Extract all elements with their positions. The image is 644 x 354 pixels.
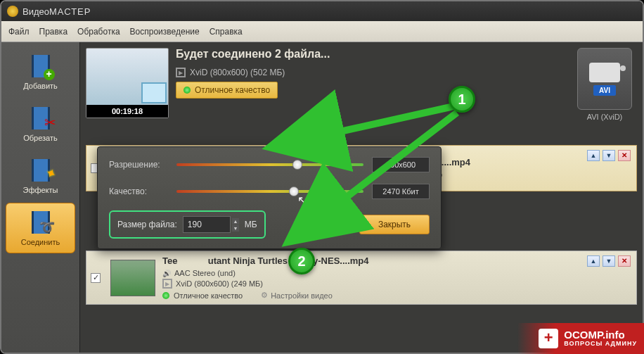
preview-info: Будет соединено 2 файла... ▶ XviD (800x6… [176, 48, 565, 99]
remove-file-button[interactable]: ✕ [618, 150, 631, 161]
file-thumbnail [110, 260, 155, 296]
filesize-spinner: ▲ ▼ [232, 218, 239, 232]
quality-text: Отличное качество [174, 291, 243, 300]
quality-badge[interactable]: Отличное качество [176, 82, 278, 99]
sidebar: + Добавить ✂ Обрезать ✦ Эффекты ➰ Соедин… [1, 42, 80, 353]
chain-icon: ➰ [39, 220, 55, 235]
move-up-button[interactable]: ▲ [587, 255, 600, 267]
titlebar: ВидеоМАСТЕР [1, 1, 643, 21]
format-box[interactable]: AVI AVI (XviD) [572, 48, 637, 121]
move-down-button[interactable]: ▼ [603, 150, 615, 161]
audio-info: AAC Stereo (und) [174, 269, 236, 277]
resolution-value: 800x600 [372, 157, 430, 172]
quality-popup: Разрешение: 800x600 Качество: 2470 Кбит … [97, 146, 442, 249]
preview-row: 00:19:18 Будет соединено 2 файла... ▶ Xv… [86, 48, 637, 121]
video-codec-icon: ▶ [162, 279, 172, 289]
watermark: + OCOMP.info ВОПРОСЫ АДМИНУ [517, 323, 644, 354]
audio-icon [162, 269, 171, 277]
menu-file[interactable]: Файл [8, 27, 30, 37]
menu-process[interactable]: Обработка [77, 27, 120, 37]
filmstrip-icon [141, 82, 167, 103]
watermark-title: OCOMP.info [564, 329, 637, 341]
file-name: TeeXXXXXutant Ninja Turtles Dendy-NES...… [162, 255, 632, 266]
filesize-label: Размер файла: [117, 220, 177, 229]
row-actions: ▲ ▼ ✕ [587, 150, 631, 161]
main-panel: 00:19:18 Будет соединено 2 файла... ▶ Xv… [80, 42, 643, 353]
video-info: XviD (800x600) (249 МБ) [176, 279, 263, 288]
resolution-label: Разрешение: [109, 160, 168, 170]
app-icon [7, 6, 18, 17]
slider-thumb[interactable] [292, 160, 302, 170]
codec-text: XviD (800x600) (502 МБ) [190, 68, 285, 77]
resolution-slider[interactable] [176, 163, 363, 166]
sidebar-label: Соединить [21, 238, 60, 246]
filesize-input[interactable] [183, 216, 231, 233]
video-codec-icon: ▶ [176, 68, 186, 77]
file-row[interactable]: ✓ TeeXXXXXutant Ninja Turtles Dendy-NES.… [86, 251, 637, 305]
sidebar-crop-button[interactable]: ✂ Обрезать [6, 99, 75, 149]
filesize-unit: МБ [245, 220, 257, 229]
app-window: ВидеоМАСТЕР Файл Правка Обработка Воспро… [0, 0, 644, 354]
sidebar-label: Добавить [23, 82, 58, 90]
quality-label: Качество: [109, 187, 168, 196]
preview-title: Будет соединено 2 файла... [176, 48, 565, 61]
sidebar-join-button[interactable]: ➰ Соединить [6, 203, 75, 253]
remove-file-button[interactable]: ✕ [618, 255, 631, 267]
format-tag: AVI [593, 85, 616, 96]
format-card: AVI [577, 48, 632, 110]
row-actions: ▲ ▼ ✕ [587, 255, 631, 267]
content-area: + Добавить ✂ Обрезать ✦ Эффекты ➰ Соедин… [1, 42, 643, 353]
menubar: Файл Правка Обработка Воспроизведение Сп… [1, 21, 643, 42]
move-down-button[interactable]: ▼ [603, 255, 615, 267]
quality-value: 2470 Кбит [372, 184, 430, 199]
quality-slider[interactable] [176, 190, 363, 193]
preview-duration: 00:19:18 [86, 105, 168, 118]
sidebar-label: Эффекты [22, 186, 58, 194]
video-settings-link[interactable]: Настройки видео [261, 291, 333, 300]
codec-line: ▶ XviD (800x600) (502 МБ) [176, 68, 565, 77]
gear-icon [261, 291, 268, 300]
app-title: ВидеоМАСТЕР [22, 6, 91, 17]
menu-edit[interactable]: Правка [39, 27, 68, 37]
quality-dot-icon [162, 292, 169, 299]
sidebar-label: Обрезать [23, 134, 58, 142]
spinner-down[interactable]: ▼ [232, 225, 239, 232]
sidebar-add-button[interactable]: + Добавить [6, 46, 75, 97]
menu-help[interactable]: Справка [210, 27, 243, 37]
close-popup-button[interactable]: Закрыть [359, 215, 430, 234]
plus-icon: + [44, 69, 55, 80]
scissors-icon: ✂ [44, 114, 56, 131]
quality-text: Отличное качество [195, 85, 270, 95]
filesize-group: Размер файла: ▲ ▼ МБ [109, 210, 266, 239]
slider-thumb[interactable] [289, 187, 299, 196]
plus-icon: + [539, 329, 558, 348]
format-name: AVI (XviD) [572, 113, 637, 121]
menu-play[interactable]: Воспроизведение [130, 27, 200, 37]
file-checkbox[interactable]: ✓ [91, 273, 101, 283]
sidebar-effects-button[interactable]: ✦ Эффекты [6, 151, 75, 201]
move-up-button[interactable]: ▲ [587, 150, 600, 161]
camcorder-icon [589, 63, 620, 82]
watermark-subtitle: ВОПРОСЫ АДМИНУ [564, 341, 637, 348]
preview-thumbnail[interactable]: 00:19:18 [86, 48, 169, 118]
quality-dot-icon [183, 87, 191, 94]
spinner-up[interactable]: ▲ [232, 218, 239, 225]
